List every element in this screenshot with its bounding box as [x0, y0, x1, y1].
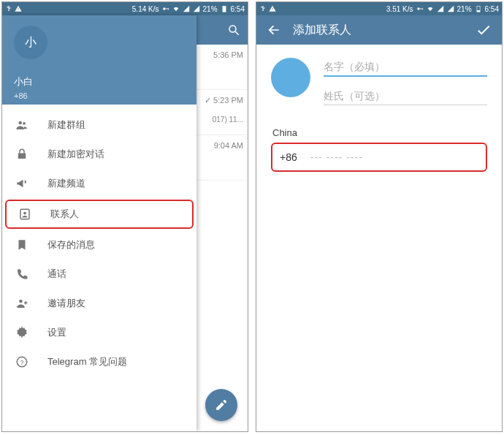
drawer-item-new-group[interactable]: 新建群组: [2, 110, 196, 140]
gear-icon: [15, 326, 28, 339]
main-area: 5:36 PM ✓ 5:23 PM 017) 11... 9:04 AM 小 小…: [2, 15, 248, 431]
check-icon[interactable]: [476, 22, 492, 38]
phone-left: 5.14 K/s 21% 6:54 5:36 PM ✓ 5:23 PM 017)…: [1, 1, 248, 432]
key-icon: [162, 5, 169, 12]
svg-point-7: [19, 121, 23, 125]
drawer-item-invite[interactable]: 邀请朋友: [2, 289, 196, 318]
add-contact-form: China +86 --- ---- ----: [256, 45, 502, 185]
chat-time: 5:36 PM: [196, 50, 243, 59]
clock-time: 6:54: [485, 5, 499, 13]
drawer-username: 小白: [14, 75, 33, 88]
svg-rect-20: [476, 10, 479, 12]
drawer-item-saved[interactable]: 保存的消息: [2, 230, 196, 260]
avatar-initial: 小: [25, 35, 37, 50]
phone-number-field[interactable]: --- ---- ----: [310, 151, 363, 163]
battery-icon: [221, 5, 228, 12]
drawer-item-label: 联系人: [50, 208, 79, 221]
svg-rect-18: [421, 9, 422, 10]
drawer-item-label: Telegram 常见问题: [47, 355, 127, 368]
signal-icon: [193, 5, 200, 12]
drawer-item-contacts[interactable]: 联系人: [5, 200, 194, 229]
pencil-icon: [215, 398, 228, 412]
usb-icon: [259, 5, 267, 12]
svg-point-16: [417, 7, 419, 10]
svg-text:?: ?: [20, 359, 23, 366]
net-speed: 5.14 K/s: [132, 5, 159, 13]
avatar[interactable]: 小: [14, 26, 47, 59]
svg-rect-2: [167, 9, 168, 10]
chat-meta: 017) 11...: [196, 116, 243, 124]
contact-icon: [18, 208, 31, 221]
invite-icon: [15, 297, 28, 310]
first-name-field[interactable]: [324, 58, 487, 77]
signal-icon: [447, 5, 454, 12]
drawer-item-label: 设置: [47, 326, 66, 339]
drawer-item-label: 新建频道: [47, 177, 85, 190]
country-label[interactable]: China: [271, 127, 487, 138]
lock-icon: [15, 148, 28, 161]
svg-point-8: [23, 122, 26, 125]
phone-input-row[interactable]: +86 --- ---- ----: [271, 143, 487, 172]
chat-time: ✓ 5:23 PM: [196, 96, 243, 105]
svg-point-11: [23, 212, 26, 215]
drawer-item-label: 新建群组: [47, 118, 85, 132]
usb-icon: [5, 5, 12, 12]
key-icon: [416, 5, 424, 12]
svg-point-12: [19, 300, 23, 303]
warning-icon: [15, 5, 22, 12]
status-bar: 3.51 K/s 21% 6:54: [256, 2, 502, 15]
svg-line-6: [235, 31, 239, 35]
drawer-item-new-channel[interactable]: 新建频道: [2, 169, 196, 198]
search-icon[interactable]: [227, 23, 240, 37]
status-bar: 5.14 K/s 21% 6:54: [2, 2, 248, 15]
svg-point-0: [163, 7, 165, 10]
last-name-field[interactable]: [324, 87, 487, 105]
bookmark-icon: [15, 238, 28, 251]
back-icon[interactable]: [267, 23, 281, 37]
chat-list-peek: 5:36 PM ✓ 5:23 PM 017) 11... 9:04 AM: [196, 15, 248, 431]
wifi-icon: [172, 5, 180, 12]
header-bar: 添加联系人: [256, 15, 502, 45]
signal-icon: [183, 5, 190, 12]
chat-row[interactable]: ✓ 5:23 PM 017) 11...: [196, 90, 248, 135]
drawer-item-label: 新建加密对话: [47, 148, 104, 161]
help-icon: ?: [15, 355, 28, 368]
battery-percent: 21%: [203, 5, 218, 13]
clock-time: 6:54: [231, 5, 245, 13]
net-speed: 3.51 K/s: [386, 5, 413, 13]
header-bar: [196, 15, 248, 45]
drawer-item-faq[interactable]: ? Telegram 常见问题: [2, 347, 196, 377]
phone-right: 3.51 K/s 21% 6:54 添加联系人 China +86 --- --…: [256, 1, 503, 432]
group-icon: [15, 118, 28, 132]
svg-point-5: [229, 26, 236, 32]
warning-icon: [269, 5, 276, 12]
phone-icon: [15, 268, 28, 281]
drawer-phone: +86: [14, 91, 28, 100]
svg-rect-9: [18, 154, 26, 159]
wifi-icon: [427, 5, 434, 12]
svg-rect-4: [222, 10, 225, 12]
chat-time: 9:04 AM: [196, 141, 243, 150]
nav-drawer: 小 小白 +86 新建群组 新建加密对话 新建频道: [2, 15, 196, 431]
megaphone-icon: [15, 177, 28, 190]
avatar-placeholder[interactable]: [271, 58, 310, 97]
drawer-item-label: 通话: [47, 268, 66, 281]
drawer-item-secret-chat[interactable]: 新建加密对话: [2, 140, 196, 169]
page-title: 添加联系人: [293, 23, 351, 38]
drawer-list: 新建群组 新建加密对话 新建频道 联系人 保存的消息: [2, 105, 196, 382]
country-code[interactable]: +86: [280, 151, 297, 163]
drawer-item-label: 保存的消息: [47, 238, 95, 251]
drawer-item-settings[interactable]: 设置: [2, 318, 196, 347]
new-message-fab[interactable]: [205, 389, 237, 421]
battery-icon: [475, 5, 482, 12]
chat-row[interactable]: 9:04 AM: [196, 135, 248, 181]
battery-percent: 21%: [457, 5, 472, 13]
drawer-item-calls[interactable]: 通话: [2, 260, 196, 289]
chat-row[interactable]: 5:36 PM: [196, 45, 248, 90]
drawer-item-label: 邀请朋友: [47, 297, 85, 310]
signal-icon: [437, 5, 444, 12]
drawer-header: 小 小白 +86: [2, 15, 196, 105]
